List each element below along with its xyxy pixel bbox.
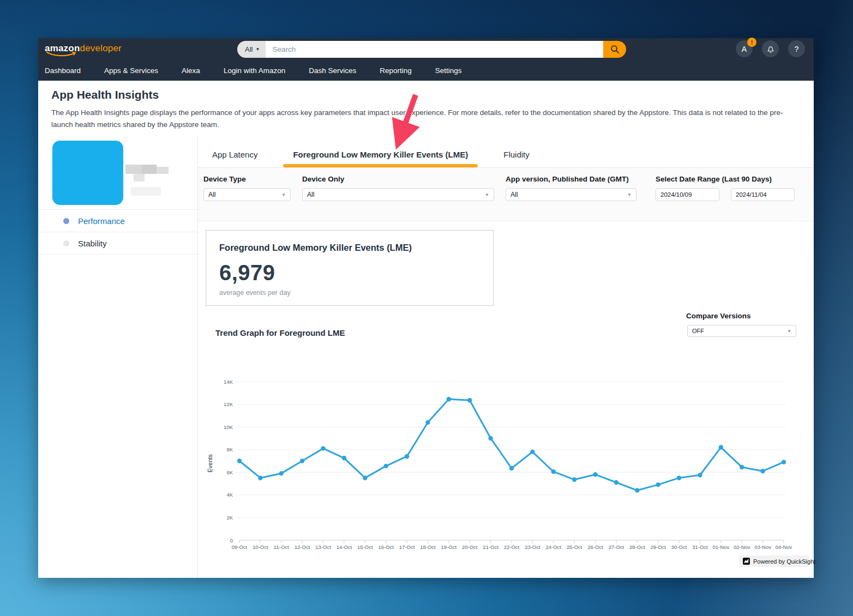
svg-text:03-Nov: 03-Nov bbox=[754, 544, 771, 550]
redacted-app-name bbox=[142, 165, 157, 174]
filter-label: Device Only bbox=[302, 175, 494, 183]
search-input[interactable] bbox=[266, 41, 603, 58]
filter-app-version-published-date-gmt: App version, Published Date (GMT)All▼ bbox=[506, 175, 636, 221]
svg-text:25-Oct: 25-Oct bbox=[567, 544, 582, 550]
sidebar-item-label: Stability bbox=[78, 239, 107, 248]
question-mark-icon: ? bbox=[795, 45, 799, 53]
compare-versions-label: Compare Versions bbox=[686, 312, 751, 320]
top-navbar: amazondeveloper All ▼ A ! bbox=[38, 38, 814, 81]
trend-chart[interactable]: 02K4K6K8K10K12K14K09-Oct10-Oct11-Oct12-O… bbox=[205, 360, 806, 552]
nav-link-settings[interactable]: Settings bbox=[435, 67, 462, 75]
redacted-app-name bbox=[157, 167, 169, 174]
quicksight-logo-icon bbox=[743, 558, 750, 565]
page-intro: App Health Insights The App Health Insig… bbox=[38, 81, 814, 131]
page-description: The App Health Insights page displays th… bbox=[51, 107, 801, 131]
svg-text:6K: 6K bbox=[226, 469, 233, 475]
main-panel: App LatencyForeground Low Memory Killer … bbox=[198, 135, 814, 578]
svg-text:10K: 10K bbox=[224, 424, 233, 430]
notifications-button[interactable] bbox=[762, 40, 779, 57]
search-button[interactable] bbox=[603, 41, 626, 58]
nav-link-login-with-amazon[interactable]: Login with Amazon bbox=[224, 67, 285, 75]
avatar-initial: A bbox=[742, 45, 747, 53]
svg-text:Events: Events bbox=[207, 454, 213, 473]
app-sidebar: PerformanceStability bbox=[38, 135, 198, 578]
tab-foreground-low-memory-killer-events-lme[interactable]: Foreground Low Memory Killer Events (LME… bbox=[283, 150, 478, 159]
redacted-app-name bbox=[125, 165, 142, 174]
svg-text:4K: 4K bbox=[226, 492, 233, 498]
amazon-developer-logo[interactable]: amazondeveloper bbox=[45, 43, 122, 54]
filter-dropdown-device-only[interactable]: All▼ bbox=[302, 188, 494, 201]
svg-text:22-Oct: 22-Oct bbox=[504, 544, 520, 550]
svg-text:14-Oct: 14-Oct bbox=[337, 544, 352, 550]
svg-text:0: 0 bbox=[230, 538, 233, 543]
svg-text:23-Oct: 23-Oct bbox=[525, 544, 540, 550]
redacted-app-name bbox=[134, 174, 145, 182]
kpi-title: Foreground Low Memory Killer Events (LME… bbox=[219, 243, 480, 253]
filter-dropdown-app-version-published-date-gmt[interactable]: All▼ bbox=[506, 188, 636, 201]
svg-text:02-Nov: 02-Nov bbox=[734, 544, 750, 550]
filter-value: All bbox=[307, 191, 314, 198]
account-avatar[interactable]: A ! bbox=[736, 40, 753, 57]
svg-text:15-Oct: 15-Oct bbox=[357, 544, 373, 550]
filter-device-type: Device TypeAll▼ bbox=[203, 175, 291, 221]
svg-text:28-Oct: 28-Oct bbox=[629, 544, 645, 550]
navbar-top-row: amazondeveloper All ▼ A ! bbox=[38, 38, 814, 61]
nav-link-alexa[interactable]: Alexa bbox=[182, 67, 200, 75]
desktop-background: amazondeveloper All ▼ A ! bbox=[0, 0, 853, 616]
svg-text:20-Oct: 20-Oct bbox=[462, 544, 478, 550]
sidebar-item-label: Performance bbox=[78, 216, 125, 226]
nav-link-reporting[interactable]: Reporting bbox=[380, 67, 412, 75]
filter-label: Device Type bbox=[203, 175, 291, 183]
chevron-down-icon: ▼ bbox=[787, 329, 791, 334]
tab-app-latency[interactable]: App Latency bbox=[212, 150, 257, 159]
logo-developer-text: developer bbox=[80, 43, 122, 53]
svg-text:11-Oct: 11-Oct bbox=[274, 544, 289, 550]
bell-icon bbox=[766, 44, 776, 54]
start-date-input[interactable] bbox=[656, 188, 719, 201]
search-icon bbox=[610, 44, 620, 55]
svg-text:18-Oct: 18-Oct bbox=[420, 544, 436, 550]
svg-text:19-Oct: 19-Oct bbox=[441, 544, 457, 550]
chevron-down-icon: ▼ bbox=[485, 192, 489, 197]
filter-label: App version, Published Date (GMT) bbox=[506, 175, 636, 183]
svg-text:14K: 14K bbox=[224, 379, 233, 385]
svg-text:31-Oct: 31-Oct bbox=[692, 544, 708, 550]
end-date-input[interactable] bbox=[731, 188, 795, 201]
sidebar-item-performance[interactable]: Performance bbox=[38, 210, 197, 232]
help-button[interactable]: ? bbox=[788, 40, 805, 57]
nav-links: DashboardApps & ServicesAlexaLogin with … bbox=[38, 61, 814, 81]
filter-value: All bbox=[208, 191, 215, 198]
nav-link-dashboard[interactable]: Dashboard bbox=[45, 67, 81, 75]
tab-fluidity[interactable]: Fluidity bbox=[503, 150, 530, 159]
sidebar-menu: PerformanceStability bbox=[38, 210, 197, 255]
redacted-app-name bbox=[131, 187, 161, 196]
svg-text:29-Oct: 29-Oct bbox=[650, 544, 666, 550]
quicksight-attribution[interactable]: Powered by QuickSight bbox=[739, 555, 809, 567]
svg-text:24-Oct: 24-Oct bbox=[546, 544, 562, 550]
browser-content: amazondeveloper All ▼ A ! bbox=[38, 38, 814, 578]
search-scope-dropdown[interactable]: All ▼ bbox=[237, 41, 266, 58]
date-range-filter: Select Date Range (Last 90 Days) bbox=[656, 175, 795, 221]
sidebar-item-stability[interactable]: Stability bbox=[38, 232, 197, 255]
nav-link-dash-services[interactable]: Dash Services bbox=[309, 67, 356, 75]
kpi-value: 6,979 bbox=[219, 261, 480, 285]
powered-by-text: Powered by QuickSight bbox=[753, 558, 815, 565]
app-icon[interactable] bbox=[52, 141, 123, 205]
compare-versions-dropdown[interactable]: OFF ▼ bbox=[687, 325, 796, 337]
filter-dropdown-device-type[interactable]: All▼ bbox=[203, 188, 291, 201]
filter-bar: Device TypeAll▼Device OnlyAll▼App versio… bbox=[198, 168, 814, 221]
nav-link-apps-services[interactable]: Apps & Services bbox=[104, 67, 158, 75]
global-search: All ▼ bbox=[237, 41, 626, 58]
svg-text:30-Oct: 30-Oct bbox=[671, 544, 687, 550]
kpi-card: Foreground Low Memory Killer Events (LME… bbox=[206, 230, 494, 306]
kpi-caption: average events per day bbox=[219, 289, 480, 297]
svg-text:10-Oct: 10-Oct bbox=[253, 544, 268, 550]
app-summary bbox=[38, 135, 197, 210]
svg-text:01-Nov: 01-Nov bbox=[713, 544, 730, 550]
compare-versions-value: OFF bbox=[692, 328, 704, 334]
amazon-smile-icon bbox=[45, 51, 78, 57]
svg-text:2K: 2K bbox=[226, 515, 233, 521]
date-range-inputs bbox=[656, 188, 795, 201]
svg-text:17-Oct: 17-Oct bbox=[399, 544, 415, 550]
svg-text:09-Oct: 09-Oct bbox=[232, 544, 248, 550]
